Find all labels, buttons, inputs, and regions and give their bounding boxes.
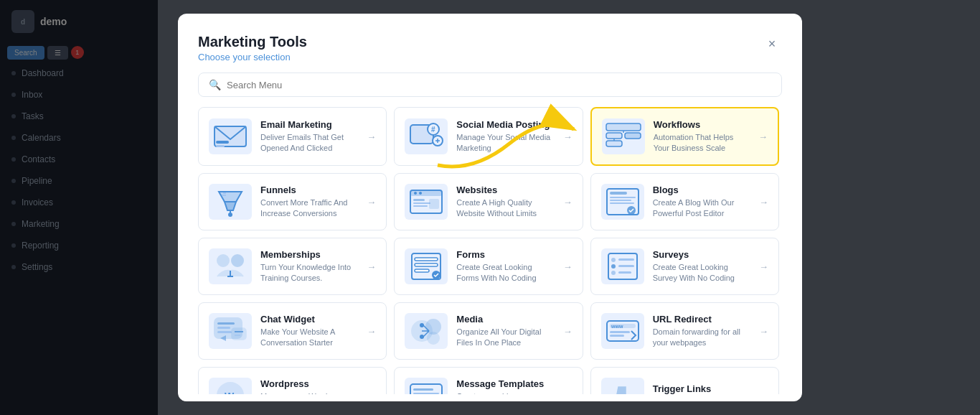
- tool-arrow-memberships: →: [367, 261, 376, 272]
- tool-arrow-url-redirect: →: [759, 326, 768, 337]
- tool-arrow-media: →: [563, 326, 573, 337]
- tool-card-workflows[interactable]: WorkflowsAutomation That Helps Your Busi…: [590, 107, 779, 166]
- svg-rect-74: [610, 335, 624, 337]
- tool-name-funnels: Funnels: [260, 185, 358, 195]
- tool-icon-message-templates: [405, 378, 448, 394]
- tool-card-media[interactable]: MediaOrganize All Your Digital Files In …: [394, 302, 583, 360]
- tool-info-surveys: SurveysCreate Great Looking Survey With …: [653, 249, 750, 284]
- tool-info-social-media-posting: Social Media PostingManage Your Social M…: [456, 119, 554, 154]
- tool-name-chat-widget: Chat Widget: [260, 314, 358, 325]
- tool-arrow-surveys: →: [759, 261, 768, 272]
- tool-icon-social-media-posting: #: [405, 118, 448, 154]
- tool-info-websites: WebsitesCreate A High Quality Website Wi…: [456, 185, 554, 220]
- svg-point-30: [419, 192, 422, 195]
- svg-rect-56: [618, 271, 631, 274]
- svg-point-68: [420, 323, 424, 327]
- svg-rect-60: [217, 331, 232, 333]
- tool-arrow-chat-widget: →: [367, 326, 376, 337]
- tool-name-email-marketing: Email Marketing: [260, 119, 358, 130]
- tool-info-forms: FormsCreate Great Looking Forms With No …: [456, 249, 554, 284]
- svg-text:W: W: [225, 391, 235, 394]
- tool-desc-social-media-posting: Manage Your Social Media Marketing: [456, 132, 554, 154]
- tool-arrow-trigger-links: →: [759, 391, 768, 395]
- tool-card-url-redirect[interactable]: www URL RedirectDomain forwarding for al…: [590, 302, 779, 360]
- svg-rect-73: [610, 331, 630, 333]
- tool-info-memberships: MembershipsTurn Your Knowledge Into Trai…: [260, 249, 358, 284]
- svg-rect-58: [217, 322, 235, 325]
- tool-desc-blogs: Create A Blog With Our Powerful Post Edi…: [653, 197, 750, 220]
- tool-icon-surveys: [601, 248, 644, 284]
- tool-name-memberships: Memberships: [260, 249, 358, 260]
- svg-text:www: www: [611, 324, 623, 329]
- tool-desc-websites: Create A High Quality Website Without Li…: [456, 197, 554, 220]
- svg-rect-79: [413, 393, 439, 394]
- modal-title-area: Marketing Tools Choose your selection: [198, 34, 307, 62]
- svg-point-42: [232, 255, 243, 266]
- svg-point-67: [428, 332, 439, 344]
- close-button[interactable]: ×: [762, 34, 782, 54]
- tool-card-message-templates[interactable]: Message TemplatesCreate reusable message…: [394, 367, 583, 394]
- tool-card-memberships[interactable]: MembershipsTurn Your Knowledge Into Trai…: [198, 238, 387, 295]
- tool-desc-funnels: Convert More Traffic And Increase Conver…: [260, 197, 358, 220]
- tool-desc-chat-widget: Make Your Website A Conversation Starter: [260, 327, 358, 349]
- tool-icon-blogs: [601, 184, 644, 220]
- svg-rect-3: [216, 145, 225, 147]
- tool-name-workflows: Workflows: [654, 119, 750, 130]
- tool-name-media: Media: [456, 314, 554, 325]
- tool-info-email-marketing: Email MarketingDeliver Emails That Get O…: [260, 119, 358, 154]
- svg-rect-47: [415, 264, 438, 266]
- tool-card-forms[interactable]: FormsCreate Great Looking Forms With No …: [394, 238, 583, 295]
- tool-arrow-websites: →: [563, 197, 573, 208]
- tool-card-funnels[interactable]: FunnelsConvert More Traffic And Increase…: [198, 173, 387, 230]
- tool-info-chat-widget: Chat WidgetMake Your Website A Conversat…: [260, 314, 358, 349]
- tool-name-trigger-links: Trigger Links: [653, 383, 750, 394]
- tool-desc-media: Organize All Your Digital Files In One P…: [456, 327, 554, 349]
- svg-point-41: [217, 255, 229, 266]
- tool-card-social-media-posting[interactable]: # Social Media PostingManage Your Social…: [394, 107, 583, 166]
- svg-rect-78: [413, 388, 433, 391]
- svg-rect-48: [415, 269, 429, 272]
- tool-name-blogs: Blogs: [653, 185, 750, 195]
- tool-arrow-blogs: →: [759, 197, 768, 208]
- tool-card-websites[interactable]: WebsitesCreate A High Quality Website Wi…: [394, 173, 583, 230]
- tool-card-blogs[interactable]: BlogsCreate A Blog With Our Powerful Pos…: [590, 173, 779, 230]
- tool-card-email-marketing[interactable]: Email MarketingDeliver Emails That Get O…: [198, 107, 387, 166]
- tool-info-trigger-links: Trigger LinksCreate tracked trigger link…: [653, 383, 750, 394]
- tool-card-trigger-links[interactable]: Trigger LinksCreate tracked trigger link…: [590, 367, 779, 394]
- tool-name-forms: Forms: [456, 249, 554, 260]
- tool-name-surveys: Surveys: [653, 249, 750, 260]
- tool-arrow-workflows: →: [758, 131, 768, 142]
- tool-card-chat-widget[interactable]: Chat WidgetMake Your Website A Conversat…: [198, 302, 387, 360]
- tool-arrow-email-marketing: →: [367, 131, 376, 142]
- tool-info-media: MediaOrganize All Your Digital Files In …: [456, 314, 554, 349]
- tool-card-surveys[interactable]: SurveysCreate Great Looking Survey With …: [590, 238, 779, 295]
- tool-name-social-media-posting: Social Media Posting: [456, 119, 554, 130]
- svg-rect-46: [415, 258, 438, 261]
- tool-icon-url-redirect: www: [601, 313, 644, 349]
- tool-arrow-wordpress: →: [367, 391, 376, 395]
- tool-card-wordpress[interactable]: W WordpressManage your Wordpress sites→: [198, 367, 387, 394]
- search-input[interactable]: [227, 80, 771, 90]
- svg-rect-32: [413, 202, 430, 204]
- tool-desc-url-redirect: Domain forwarding for all your webpages: [653, 327, 750, 349]
- tool-info-message-templates: Message TemplatesCreate reusable message…: [456, 378, 554, 394]
- tool-icon-memberships: [209, 248, 252, 284]
- search-bar: 🔍: [198, 73, 782, 97]
- tool-desc-memberships: Turn Your Knowledge Into Training Course…: [260, 262, 358, 284]
- tool-name-message-templates: Message Templates: [456, 378, 554, 389]
- tools-grid: Email MarketingDeliver Emails That Get O…: [198, 107, 782, 394]
- modal-subtitle: Choose your selection: [198, 52, 307, 62]
- tool-desc-surveys: Create Great Looking Survey With No Codi…: [653, 262, 750, 284]
- tool-info-url-redirect: URL RedirectDomain forwarding for all yo…: [653, 314, 750, 349]
- tool-name-url-redirect: URL Redirect: [653, 314, 750, 325]
- tool-icon-wordpress: W: [209, 378, 252, 394]
- svg-rect-11: [606, 133, 622, 139]
- marketing-tools-modal: Marketing Tools Choose your selection × …: [178, 14, 802, 401]
- tool-icon-funnels: [209, 184, 252, 220]
- svg-rect-54: [618, 265, 634, 267]
- tool-info-wordpress: WordpressManage your Wordpress sites: [260, 378, 358, 394]
- tool-icon-trigger-links: [601, 378, 644, 394]
- svg-rect-59: [217, 327, 230, 329]
- tool-desc-workflows: Automation That Helps Your Business Scal…: [654, 132, 750, 154]
- tool-icon-forms: [405, 248, 448, 284]
